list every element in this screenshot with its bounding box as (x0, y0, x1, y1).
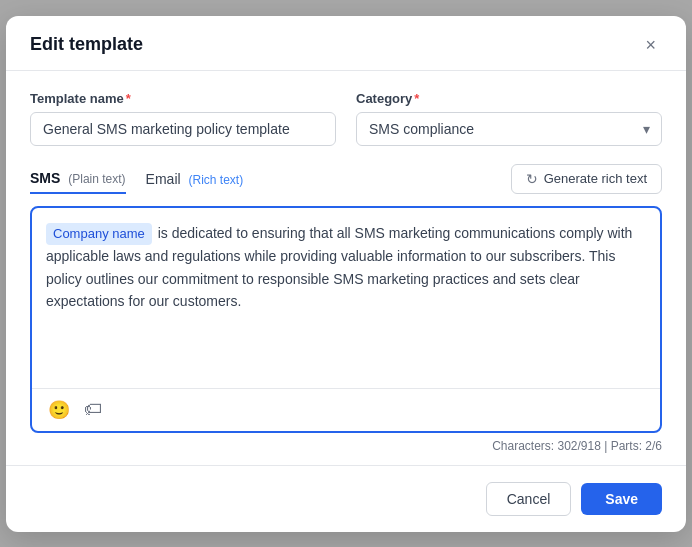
tab-email-sub: (Rich text) (189, 173, 244, 187)
category-required-star: * (414, 91, 419, 106)
generate-rich-text-button[interactable]: ↻ Generate rich text (511, 164, 662, 194)
sms-textarea-content[interactable]: Company name is dedicated to ensuring th… (32, 208, 660, 388)
modal-title: Edit template (30, 34, 143, 55)
template-name-group: Template name* (30, 91, 336, 146)
edit-template-modal: Edit template × Template name* Category* (6, 16, 686, 532)
category-select[interactable]: SMS compliance Marketing Transactional O… (356, 112, 662, 146)
template-name-label: Template name* (30, 91, 336, 106)
tag-icon[interactable]: 🏷 (82, 397, 104, 422)
tabs-row: SMS (Plain text) Email (Rich text) ↻ Gen… (30, 164, 662, 194)
modal-footer: Cancel Save (6, 465, 686, 532)
textarea-toolbar: 🙂 🏷 (32, 388, 660, 431)
category-select-wrapper: SMS compliance Marketing Transactional O… (356, 112, 662, 146)
tab-sms-sub: (Plain text) (68, 172, 125, 186)
char-count: Characters: 302/918 | Parts: 2/6 (30, 439, 662, 457)
category-group: Category* SMS compliance Marketing Trans… (356, 91, 662, 146)
generate-rich-text-label: Generate rich text (544, 171, 647, 186)
emoji-icon[interactable]: 🙂 (46, 397, 72, 423)
tab-email[interactable]: Email (Rich text) (146, 165, 244, 193)
fields-row: Template name* Category* SMS compliance … (30, 91, 662, 146)
company-name-tag[interactable]: Company name (46, 223, 152, 246)
sms-textarea-container[interactable]: Company name is dedicated to ensuring th… (30, 206, 662, 433)
tab-group: SMS (Plain text) Email (Rich text) (30, 164, 263, 194)
refresh-icon: ↻ (526, 171, 538, 187)
tab-sms[interactable]: SMS (Plain text) (30, 164, 126, 194)
modal-body: Template name* Category* SMS compliance … (6, 71, 686, 457)
cancel-button[interactable]: Cancel (486, 482, 572, 516)
save-button[interactable]: Save (581, 483, 662, 515)
category-label: Category* (356, 91, 662, 106)
modal-overlay: Edit template × Template name* Category* (0, 0, 692, 547)
modal-header: Edit template × (6, 16, 686, 71)
template-name-input[interactable] (30, 112, 336, 146)
required-star: * (126, 91, 131, 106)
close-button[interactable]: × (639, 34, 662, 56)
